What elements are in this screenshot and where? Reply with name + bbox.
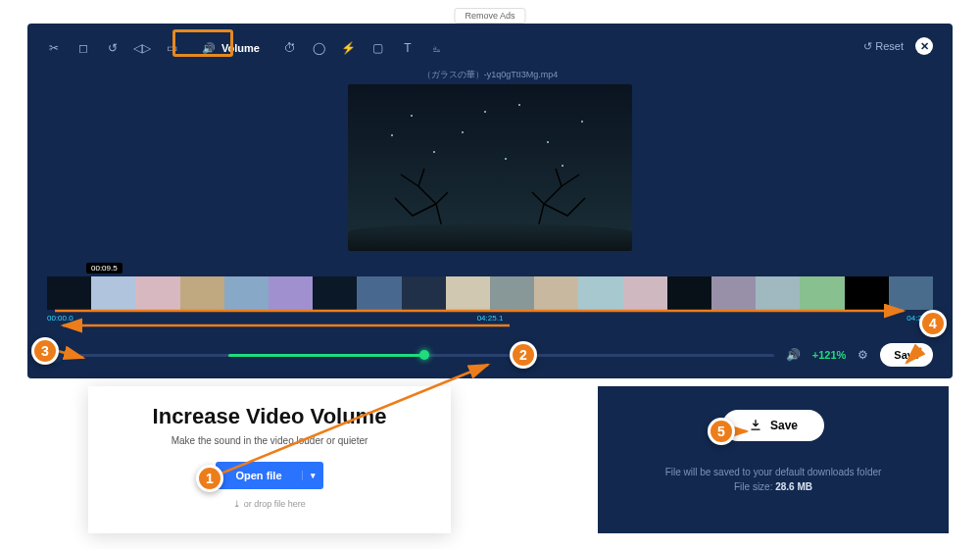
open-file-label: Open file (216, 470, 302, 481)
volume-slider[interactable] (74, 354, 774, 357)
panel-subtitle: Make the sound in the video louder or qu… (98, 435, 441, 446)
stabilize-icon[interactable]: ⚡ (342, 41, 356, 55)
filename-label: （ガラスの華）-y1q0gTtI3Mg.mp4 (27, 69, 953, 81)
file-size-line: File size: 28.6 MB (608, 481, 939, 492)
open-file-panel: Increase Video Volume Make the sound in … (88, 386, 451, 533)
panel-title: Increase Video Volume (98, 404, 441, 429)
volume-indicator-icon: 🔊 (786, 348, 801, 362)
save-panel: Save File will be saved to your default … (598, 386, 949, 533)
subtitle-icon[interactable]: ⎁ (430, 41, 444, 55)
image-icon[interactable]: ▢ (371, 41, 385, 55)
time-start: 00:00.0 (47, 314, 74, 323)
video-preview[interactable] (348, 84, 632, 251)
slider-fill (228, 354, 424, 357)
volume-tool[interactable]: 🔊 Volume (194, 38, 268, 58)
save-large-label: Save (770, 419, 798, 432)
timeline-marks: 00:00.0 04:25.1 04:25.1 (47, 314, 933, 323)
timeline-thumbnails[interactable] (47, 276, 933, 310)
save-info-line: File will be saved to your default downl… (608, 467, 939, 477)
remove-ads-button[interactable]: Remove Ads (454, 8, 525, 24)
video-editor-panel: ✂ ◻ ↺ ◁▷ ▭ 🔊 Volume ⏱ ◯ ⚡ ▢ T ⎁ ↺ Reset … (27, 24, 953, 378)
rotate-icon[interactable]: ↺ (106, 41, 120, 55)
reset-button[interactable]: ↺ Reset (863, 40, 904, 53)
speed-icon[interactable]: ⏱ (283, 41, 297, 55)
save-button-large[interactable]: Save (722, 410, 824, 441)
timeline-tooltip: 00:09.5 (86, 263, 122, 274)
step-badge-2: 2 (510, 341, 537, 369)
open-file-button[interactable]: Open file ▾ (216, 462, 323, 489)
time-mid: 04:25.1 (477, 314, 504, 323)
step-badge-5: 5 (708, 418, 735, 445)
open-file-dropdown-icon[interactable]: ▾ (302, 471, 323, 480)
text-icon[interactable]: T (401, 41, 415, 55)
cut-icon[interactable]: ✂ (47, 41, 61, 55)
resize-icon[interactable]: ▭ (165, 41, 178, 55)
volume-tool-label: Volume (221, 42, 260, 54)
step-badge-1: 1 (196, 465, 223, 492)
settings-icon[interactable]: ⚙ (858, 348, 868, 362)
save-button[interactable]: Save (880, 343, 933, 367)
flip-icon[interactable]: ◁▷ (135, 41, 149, 55)
playback-controls: ▶ 🔊 +121% ⚙ Save (47, 343, 933, 367)
step-badge-4: 4 (919, 310, 947, 337)
step-badge-3: 3 (31, 337, 59, 365)
editor-toolbar: ✂ ◻ ↺ ◁▷ ▭ 🔊 Volume ⏱ ◯ ⚡ ▢ T ⎁ (47, 35, 933, 61)
crop-icon[interactable]: ◻ (76, 41, 90, 55)
drop-hint: ⤓ or drop file here (98, 499, 441, 509)
volume-icon: 🔊 (202, 41, 216, 55)
volume-readout: +121% (812, 349, 847, 361)
slider-knob[interactable] (419, 350, 429, 360)
loop-icon[interactable]: ◯ (313, 41, 326, 55)
download-icon (749, 419, 762, 432)
close-icon[interactable]: ✕ (915, 37, 933, 55)
